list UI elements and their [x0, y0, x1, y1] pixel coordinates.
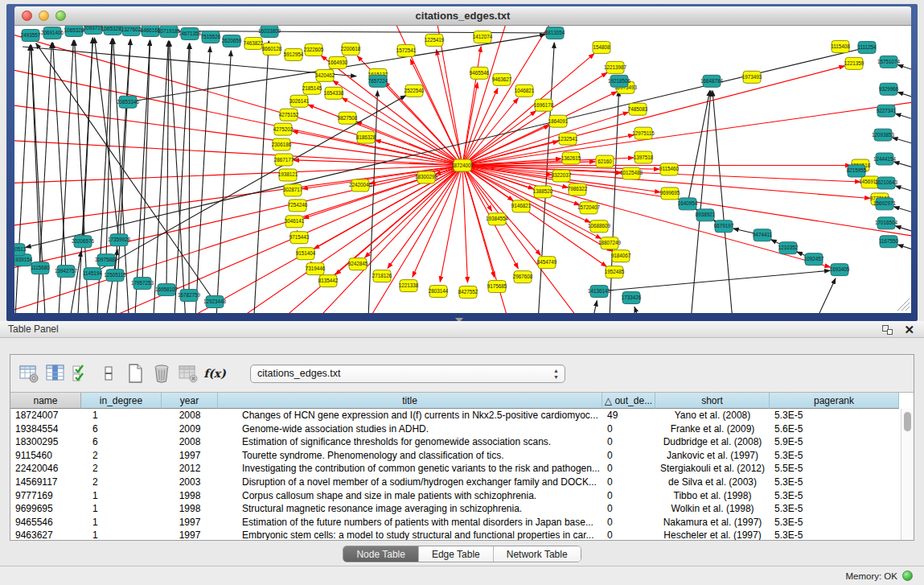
graph-node[interactable]: 9227341: [877, 105, 897, 117]
table-select-dropdown[interactable]: citations_edges.txt ▲▼: [250, 365, 565, 383]
graph-node[interactable]: 9115460: [659, 163, 680, 175]
function-builder-button[interactable]: f(x): [203, 361, 227, 385]
vertical-scrollbar[interactable]: [901, 409, 914, 540]
graph-node[interactable]: 18724007: [451, 159, 474, 171]
graph-node[interactable]: 1412074: [473, 31, 493, 43]
graph-node[interactable]: 20691406: [41, 27, 64, 39]
graph-node[interactable]: 2493557: [21, 29, 41, 41]
graph-node[interactable]: 20206576: [72, 236, 94, 248]
column-header-title[interactable]: title: [218, 393, 602, 409]
tab-network-table[interactable]: Network Table: [494, 546, 581, 562]
graph-node[interactable]: 8186328: [356, 131, 376, 143]
select-columns-button[interactable]: [43, 361, 68, 385]
network-canvas[interactable]: 1872400722006181664930342046221851453026…: [14, 26, 911, 313]
graph-node[interactable]: 1693405: [830, 264, 850, 276]
graph-node[interactable]: 19218506: [608, 75, 630, 87]
graph-node[interactable]: 1572541: [396, 44, 417, 56]
graph-node[interactable]: 1115680: [31, 262, 50, 274]
graph-node[interactable]: 4275202: [273, 123, 294, 135]
graph-node[interactable]: 1864091: [548, 115, 569, 127]
graph-node[interactable]: 2185145: [302, 82, 322, 94]
graph-node[interactable]: 9465546: [470, 67, 490, 79]
graph-node[interactable]: 8215955: [847, 165, 867, 177]
graph-node[interactable]: 14671358: [179, 27, 201, 39]
graph-node[interactable]: 6679197: [714, 220, 734, 233]
table-row[interactable]: 1830029562008Estimation of significance …: [10, 435, 901, 449]
graph-node[interactable]: 15751074: [877, 56, 900, 68]
graph-node[interactable]: 16648784: [700, 75, 723, 87]
graph-node[interactable]: 12923448: [203, 296, 226, 308]
graph-node[interactable]: 16782759: [178, 290, 200, 302]
float-panel-icon[interactable]: [882, 325, 893, 335]
graph-node[interactable]: 17359928: [108, 234, 130, 246]
graph-node[interactable]: 4275152: [279, 109, 299, 121]
graph-node[interactable]: 1654338: [324, 87, 344, 99]
graph-node[interactable]: 12975115: [632, 127, 655, 139]
graph-node[interactable]: 7463822: [244, 37, 264, 49]
graph-node[interactable]: 12093853: [872, 129, 894, 141]
graph-node[interactable]: 18300295: [415, 171, 437, 183]
graph-node[interactable]: 2967608: [513, 271, 533, 283]
graph-node[interactable]: 1092457: [804, 253, 824, 266]
graph-node[interactable]: 13942757: [55, 266, 77, 278]
graph-node[interactable]: 3026141: [290, 95, 310, 107]
graph-node[interactable]: 7254246: [288, 200, 308, 212]
graph-node[interactable]: 16958107: [155, 284, 178, 296]
graph-node[interactable]: 22420046: [349, 179, 372, 192]
row-options-button[interactable]: [97, 361, 121, 385]
new-table-button[interactable]: [123, 361, 147, 385]
graph-node[interactable]: 12444154: [873, 153, 896, 165]
column-header-in_degree[interactable]: in_degree: [81, 393, 162, 409]
graph-node[interactable]: 9146821: [511, 200, 532, 212]
graph-node[interactable]: 7515526: [201, 31, 221, 43]
column-header-pagerank[interactable]: pagerank: [770, 393, 899, 409]
graph-node[interactable]: 9699695: [660, 187, 680, 200]
graph-node[interactable]: 2200618: [341, 43, 361, 55]
graph-node[interactable]: 1115408: [831, 40, 850, 52]
graph-node[interactable]: 8322037: [552, 170, 572, 182]
column-header-short[interactable]: short: [655, 393, 770, 409]
graph-node[interactable]: 1952485: [605, 266, 625, 278]
graph-node[interactable]: 1111254: [857, 41, 877, 53]
graph-node[interactable]: 16033809: [258, 26, 281, 37]
graph-node[interactable]: 9329966: [879, 83, 899, 95]
graph-node[interactable]: 7986322: [568, 183, 588, 196]
graph-node[interactable]: 1232541: [558, 133, 578, 145]
graph-node[interactable]: 17957253: [131, 278, 154, 290]
graph-node[interactable]: 9175685: [487, 281, 507, 293]
graph-node[interactable]: 1362615: [561, 152, 581, 164]
delete-rows-button[interactable]: [150, 361, 174, 385]
table-row[interactable]: 946362711997Embryonic stem cells: a mode…: [10, 529, 901, 540]
apply-checks-button[interactable]: [70, 361, 94, 385]
tab-edge-table[interactable]: Edge Table: [419, 546, 494, 562]
graph-node[interactable]: 2718126: [372, 270, 392, 282]
graph-node[interactable]: 3028717: [283, 184, 303, 196]
graph-node[interactable]: 5912954: [284, 48, 304, 60]
graph-node[interactable]: 1327602: [121, 26, 142, 35]
graph-node[interactable]: 1225419: [425, 34, 445, 46]
graph-node[interactable]: 1750513: [14, 244, 27, 256]
table-row[interactable]: 1456911722003Disruption of a novel membe…: [10, 476, 901, 489]
graph-node[interactable]: 9242845: [348, 258, 368, 270]
graph-node[interactable]: 9474411: [753, 229, 773, 241]
graph-node[interactable]: 15692971: [873, 198, 896, 210]
table-row[interactable]: 977716911998Corpus callosum shape and si…: [10, 489, 901, 503]
graph-node[interactable]: 1696178: [534, 99, 554, 111]
graph-node[interactable]: 10719185: [158, 26, 180, 37]
column-header-name[interactable]: name: [10, 393, 81, 409]
column-header-year[interactable]: year: [162, 393, 218, 409]
graph-node[interactable]: 1065328: [64, 26, 84, 36]
graph-node[interactable]: 154808: [593, 41, 610, 53]
graph-node[interactable]: 1046821: [515, 84, 535, 97]
graph-node[interactable]: 2867177: [274, 154, 294, 166]
table-settings-button[interactable]: [17, 361, 41, 385]
graph-node[interactable]: 7857224: [368, 75, 388, 87]
graph-node[interactable]: 30975887: [95, 254, 117, 266]
graph-node[interactable]: 12505115: [104, 270, 126, 282]
graph-node[interactable]: 8813054: [545, 27, 565, 39]
graph-node[interactable]: 1210352: [778, 242, 799, 254]
graph-node[interactable]: 8454749: [537, 257, 557, 269]
graph-node[interactable]: 1388520: [533, 186, 553, 198]
graph-node[interactable]: 7485083: [628, 103, 648, 115]
graph-node[interactable]: 1221359: [844, 57, 864, 69]
